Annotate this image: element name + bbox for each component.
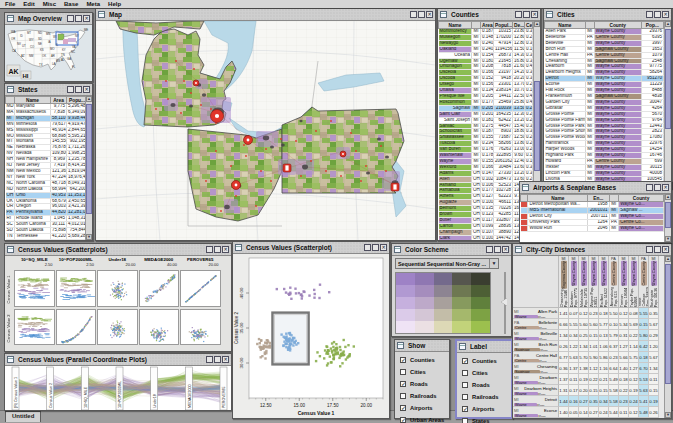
distance-cell[interactable]: 6.77 xyxy=(559,352,569,363)
scatter-point[interactable] xyxy=(268,345,270,347)
table-row[interactable]: OtsegoMI0.1562330113.700.2 xyxy=(439,82,533,88)
color-swatch[interactable] xyxy=(434,273,453,285)
table-row[interactable]: OscodaMI0.152941820.200.3 xyxy=(439,76,533,82)
color-swatch[interactable] xyxy=(452,321,471,333)
distance-cell[interactable]: 1.22 xyxy=(569,341,579,352)
scatter-cell[interactable] xyxy=(14,309,55,346)
scatter-point[interactable] xyxy=(319,355,321,357)
scatter-cell[interactable] xyxy=(97,309,138,346)
color-swatch[interactable] xyxy=(396,273,415,285)
slider-handle[interactable] xyxy=(501,298,507,306)
table-row[interactable]: TuscolaMI0.2345826613.800.2 xyxy=(439,141,533,147)
color-swatch[interactable] xyxy=(415,297,434,309)
matrix-row-header[interactable]: MIDetroitWayne CountyPop. 951270 xyxy=(513,396,559,407)
scatter-point[interactable] xyxy=(345,358,347,360)
scroll-thumb[interactable] xyxy=(86,104,92,214)
titlebar-distances[interactable]: City-City Distances ✕ xyxy=(513,244,671,256)
distance-cell[interactable]: 0.22 xyxy=(589,374,599,385)
scatter-point[interactable] xyxy=(332,346,334,348)
checkbox[interactable] xyxy=(462,382,468,388)
show-checklist[interactable]: ✓CountiesCities✓RoadsRailroads✓Airports✓… xyxy=(395,352,449,418)
matrix-column-header[interactable]: MIWayne CountySouthgate Pop. 30136 xyxy=(649,256,659,308)
selection-box[interactable] xyxy=(272,313,308,365)
detach-icon[interactable] xyxy=(364,244,371,251)
distance-cell[interactable]: 5.53 xyxy=(639,374,649,385)
show-row-roads[interactable]: ✓Roads xyxy=(395,378,449,390)
titlebar-counties[interactable]: Counties ✕ xyxy=(438,9,540,21)
scatter-point[interactable] xyxy=(337,353,339,355)
distance-cell[interactable]: 0.14 xyxy=(579,407,589,418)
scatter-cell[interactable] xyxy=(56,309,97,346)
column-header[interactable] xyxy=(6,97,15,104)
distance-cell[interactable]: 5.69 xyxy=(629,319,639,330)
document-tab-untitled[interactable]: Untitled xyxy=(5,411,41,422)
table-row[interactable]: NewaygoMI0.2404791412.800.3 xyxy=(439,40,533,46)
color-swatch[interactable] xyxy=(452,309,471,321)
scatter-point[interactable] xyxy=(330,347,332,349)
distance-cell[interactable]: 5.63 xyxy=(639,385,649,396)
color-scheme-slider[interactable] xyxy=(501,272,509,334)
distance-cell[interactable]: 1.16 xyxy=(599,363,609,374)
detach-icon[interactable] xyxy=(646,184,653,191)
scatter-point[interactable] xyxy=(303,291,305,293)
column-header[interactable]: En... xyxy=(588,195,609,202)
color-swatch[interactable] xyxy=(415,321,434,333)
show-row-urban-areas[interactable]: ✓Urban Areas xyxy=(395,414,449,423)
checkbox[interactable] xyxy=(462,370,468,376)
distance-cell[interactable]: 1.38 xyxy=(579,363,589,374)
maximize-icon[interactable] xyxy=(372,244,379,251)
window-show[interactable]: Show ✓CountiesCities✓RoadsRailroads✓Airp… xyxy=(394,339,450,419)
label-row-counties[interactable]: ✓Counties xyxy=(457,355,511,367)
scatter-point[interactable] xyxy=(301,295,303,297)
distance-cell[interactable]: 1.06 xyxy=(599,341,609,352)
distance-cell[interactable]: 0.24 xyxy=(599,407,609,418)
distance-cell[interactable]: 0.23 xyxy=(609,352,619,363)
color-swatch[interactable] xyxy=(396,309,415,321)
color-swatch[interactable] xyxy=(434,321,453,333)
distance-cell[interactable]: 1.14 xyxy=(629,341,639,352)
menu-item-base[interactable]: Base xyxy=(64,0,78,8)
table-row[interactable]: AdamsOH0.1472733013.200.3 xyxy=(439,170,533,176)
scatter-point[interactable] xyxy=(313,297,315,299)
color-swatch[interactable] xyxy=(452,297,471,309)
scatter-point[interactable] xyxy=(315,360,317,362)
color-swatch[interactable] xyxy=(471,321,490,333)
scatter-point[interactable] xyxy=(266,339,268,341)
color-swatch[interactable] xyxy=(415,309,434,321)
distance-cell[interactable]: 5.90 xyxy=(589,352,599,363)
color-swatch[interactable] xyxy=(471,309,490,321)
matrix-column-header[interactable]: MISaginaw CountyChesaning Pop. 2548 xyxy=(559,256,569,308)
distance-cell[interactable]: 1.27 xyxy=(629,363,639,374)
column-header[interactable]: Area xyxy=(51,97,67,104)
distance-cell[interactable]: 0.24 xyxy=(629,396,639,407)
show-row-airports[interactable]: ✓Airports xyxy=(395,402,449,414)
table-row[interactable]: Willow Run2046MIWayne Co... xyxy=(521,225,664,231)
scatter-point[interactable] xyxy=(333,357,335,359)
table-row[interactable]: OsceolaMI0.1662319714.200.3 xyxy=(439,70,533,76)
column-header[interactable] xyxy=(585,22,594,29)
table-row[interactable]: Van BurenMI0.1767626313.000.2 xyxy=(439,147,533,153)
distance-cell[interactable]: 0.11 xyxy=(569,374,579,385)
distance-cell[interactable]: 0.21 xyxy=(599,374,609,385)
column-header[interactable]: Name xyxy=(528,195,588,202)
table-row[interactable]: MBS International2001031MISaginaw ... xyxy=(521,207,664,213)
detroit-metro-airport-marker[interactable] xyxy=(211,110,224,123)
scatter-point[interactable] xyxy=(326,346,328,348)
us-overview-map[interactable]: WAORCANVIDMTWYUTCOAZNMNDSDNEKSOKTXMNIAMO… xyxy=(5,25,92,81)
scroll-down-icon[interactable]: ▼ xyxy=(665,236,671,242)
distance-cell[interactable]: 0.19 xyxy=(579,374,589,385)
maximize-icon[interactable] xyxy=(523,11,530,18)
distance-cell[interactable]: 0.08 xyxy=(629,308,639,319)
column-header[interactable]: Name xyxy=(439,22,472,29)
checkbox[interactable] xyxy=(400,393,406,399)
close-icon[interactable]: ✕ xyxy=(380,244,387,251)
color-swatch[interactable] xyxy=(452,273,471,285)
distance-cell[interactable]: 0.27 xyxy=(579,396,589,407)
distance-cell[interactable]: 0.22 xyxy=(619,385,629,396)
table-row[interactable]: Saint JosephMI0.1816242213.200.2 xyxy=(439,117,533,123)
scroll-up-icon[interactable]: ▲ xyxy=(665,194,671,200)
titlebar-show[interactable]: Show xyxy=(395,340,449,352)
distance-cell[interactable]: 5.41 xyxy=(639,396,649,407)
close-icon[interactable]: ✕ xyxy=(662,246,669,253)
matrix-row-header[interactable]: MIBirch RunSaginaw CountyPop. 1653 xyxy=(513,341,559,352)
